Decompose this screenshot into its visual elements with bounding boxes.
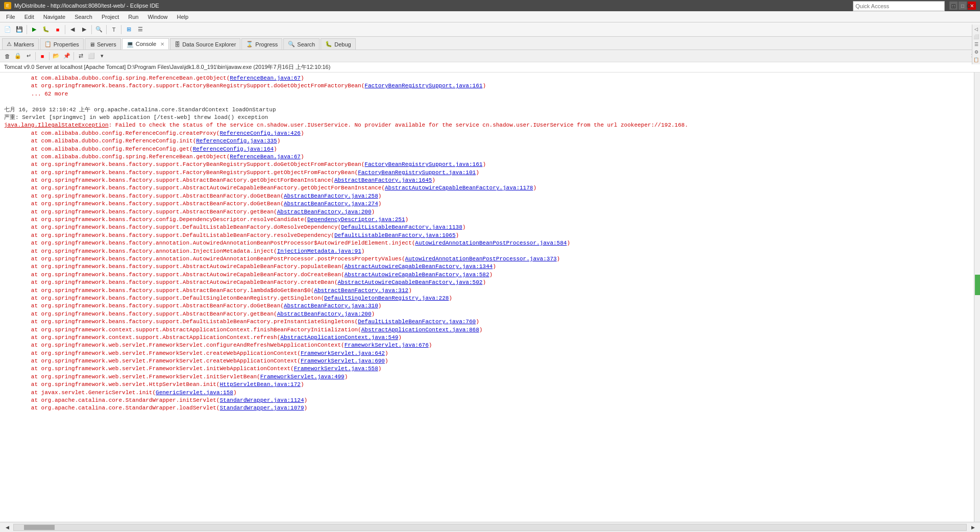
- tab-debug[interactable]: 🐛 Debug: [321, 38, 355, 50]
- debug-button[interactable]: 🐛: [40, 24, 52, 35]
- console-word-wrap-button[interactable]: ↵: [23, 51, 34, 61]
- stack-link[interactable]: HttpServletBean.java:172: [219, 381, 300, 388]
- console-line: at org.springframework.beans.factory.sup…: [4, 161, 976, 168]
- stack-link[interactable]: AbstractAutowireCapableBeanFactory.java:…: [345, 263, 493, 270]
- stack-link[interactable]: AbstractBeanFactory.java:258: [284, 193, 378, 199]
- sidebar-icon2[interactable]: ☰: [973, 41, 980, 48]
- quick-access-input[interactable]: [853, 1, 945, 11]
- tab-markers[interactable]: ⚠ Markers: [2, 38, 39, 50]
- scroll-right-button[interactable]: ▶: [968, 522, 978, 533]
- stack-link[interactable]: ReferenceConfig.java:426: [219, 130, 300, 136]
- stack-link[interactable]: FrameworkServlet.java:690: [301, 358, 385, 364]
- console-view-menu-button[interactable]: ▾: [97, 51, 107, 61]
- stack-link[interactable]: DefaultListableBeanFactory.java:1065: [334, 232, 456, 238]
- stack-link[interactable]: AbstractAutowireCapableBeanFactory.java:…: [338, 279, 483, 285]
- tab-datasource[interactable]: 🗄 Data Source Explorer: [170, 38, 240, 50]
- tab-properties[interactable]: 📋 Properties: [40, 38, 84, 50]
- menu-edit[interactable]: Edit: [20, 13, 38, 21]
- stack-link[interactable]: ReferenceConfig.java:164: [193, 146, 274, 152]
- horizontal-scrollbar[interactable]: [13, 524, 967, 531]
- stack-link[interactable]: StandardWrapper.java:1124: [219, 397, 304, 403]
- open-type-button[interactable]: T: [108, 24, 119, 35]
- menu-help[interactable]: Help: [173, 13, 193, 21]
- stack-link[interactable]: StandardWrapper.java:1079: [219, 405, 304, 411]
- tab-servers[interactable]: 🖥 Servers: [85, 38, 121, 50]
- tab-console[interactable]: 💻 Console ✕: [122, 38, 169, 50]
- console-line: at org.springframework.beans.factory.sup…: [4, 295, 976, 302]
- console-line: at org.springframework.beans.factory.sup…: [4, 169, 976, 177]
- server-status-text: Tomcat v9.0 Server at localhost [Apache …: [4, 63, 330, 71]
- stack-link[interactable]: AbstractBeanFactory.java:274: [284, 201, 378, 207]
- menu-file[interactable]: File: [2, 13, 19, 21]
- view-button[interactable]: ☰: [135, 24, 146, 35]
- stack-link[interactable]: AutowiredAnnotationBeanPostProcessor.jav…: [415, 240, 567, 246]
- exception-link[interactable]: java.lang.IllegalStateException: [4, 122, 109, 128]
- save-button[interactable]: 💾: [14, 24, 25, 35]
- stack-link[interactable]: ReferenceConfig.java:335: [196, 138, 277, 144]
- perspective-button[interactable]: ⊞: [123, 24, 134, 35]
- quick-access-area: ⊞ ⚙: [853, 1, 976, 11]
- stack-link[interactable]: DefaultListableBeanFactory.java:760: [358, 319, 476, 325]
- menu-window[interactable]: Window: [143, 13, 172, 21]
- stack-link[interactable]: FrameworkServlet.java:558: [294, 366, 378, 372]
- tab-properties-label: Properties: [54, 41, 79, 47]
- console-line: at org.springframework.web.servlet.HttpS…: [4, 381, 976, 389]
- menu-project[interactable]: Project: [97, 13, 123, 21]
- console-scroll-lock-button[interactable]: 🔒: [13, 51, 23, 61]
- stack-link[interactable]: AbstractApplicationContext.java:868: [361, 327, 479, 333]
- stack-link[interactable]: AbstractBeanFactory.java:1645: [334, 177, 432, 183]
- console-area[interactable]: at com.alibaba.dubbo.config.spring.Refer…: [0, 72, 980, 522]
- right-sidebar: ◁ ⬜ ☰ ⚙ 📋: [972, 25, 980, 64]
- tab-search-label: Search: [297, 41, 315, 47]
- stack-link[interactable]: GenericServlet.java:158: [156, 390, 233, 396]
- back-button[interactable]: ◀: [67, 24, 78, 35]
- stack-link[interactable]: AbstractAutowireCapableBeanFactory.java:…: [345, 272, 489, 278]
- sidebar-toggle-btn[interactable]: ◁: [973, 26, 980, 33]
- stack-link[interactable]: AutowiredAnnotationBeanPostProcessor.jav…: [405, 256, 557, 262]
- console-open-file-button[interactable]: 📂: [51, 51, 61, 61]
- tab-progress[interactable]: ⌛ Progress: [241, 38, 282, 50]
- tab-search[interactable]: 🔍 Search: [283, 38, 320, 50]
- forward-button[interactable]: ▶: [79, 24, 90, 35]
- stack-link[interactable]: ReferenceBean.java:67: [230, 75, 301, 81]
- sidebar-icon4[interactable]: 📋: [973, 56, 980, 63]
- stack-link[interactable]: AbstractBeanFactory.java:200: [277, 209, 372, 215]
- stack-link[interactable]: FactoryBeanRegistrySupport.java:101: [358, 170, 476, 176]
- stack-link[interactable]: DependencyDescriptor.java:251: [307, 216, 405, 223]
- stack-link[interactable]: FactoryBeanRegistrySupport.java:161: [364, 83, 482, 89]
- stack-link[interactable]: InjectionMetadata.java:91: [277, 248, 361, 254]
- sidebar-icon3[interactable]: ⚙: [973, 49, 980, 56]
- stack-link[interactable]: AbstractApplicationContext.java:549: [280, 334, 398, 341]
- console-pin-button[interactable]: 📌: [62, 51, 72, 61]
- stack-link[interactable]: FrameworkServlet.java:499: [260, 374, 345, 380]
- console-maximize-button[interactable]: ⬜: [86, 51, 96, 61]
- stack-link[interactable]: FactoryBeanRegistrySupport.java:161: [364, 161, 482, 167]
- console-switch-button[interactable]: ⇄: [76, 51, 86, 61]
- stack-link[interactable]: FrameworkServlet.java:642: [301, 350, 385, 356]
- scrollbar-thumb[interactable]: [975, 275, 980, 295]
- stack-link[interactable]: AbstractAutowireCapableBeanFactory.java:…: [385, 185, 533, 191]
- stop-button[interactable]: ■: [52, 24, 63, 35]
- stack-link[interactable]: AbstractBeanFactory.java:310: [284, 303, 378, 309]
- menu-search[interactable]: Search: [70, 13, 96, 21]
- search-button[interactable]: 🔍: [93, 24, 105, 35]
- stack-link[interactable]: DefaultListableBeanFactory.java:1138: [341, 224, 462, 230]
- menu-run[interactable]: Run: [124, 13, 142, 21]
- console-close-icon[interactable]: ✕: [160, 41, 164, 47]
- sidebar-icon1[interactable]: ⬜: [973, 33, 980, 40]
- vertical-scrollbar[interactable]: [974, 72, 980, 522]
- stack-link[interactable]: DefaultSingletonBeanRegistry.java:228: [324, 295, 449, 301]
- stack-link[interactable]: ReferenceBean.java:67: [230, 154, 301, 160]
- scroll-left-button[interactable]: ◀: [2, 522, 12, 533]
- stack-link[interactable]: FrameworkServlet.java:676: [345, 342, 429, 348]
- console-line: at org.springframework.beans.factory.sup…: [4, 208, 976, 216]
- menu-navigate[interactable]: Navigate: [39, 13, 69, 21]
- console-clear-button[interactable]: 🗑: [2, 51, 12, 61]
- console-line: at org.springframework.beans.factory.sup…: [4, 177, 976, 184]
- run-button[interactable]: ▶: [29, 24, 40, 35]
- console-stop-button[interactable]: ■: [37, 51, 47, 61]
- stack-link[interactable]: AbstractBeanFactory.java:312: [314, 287, 408, 294]
- new-button[interactable]: 📄: [2, 24, 13, 35]
- h-scroll-thumb[interactable]: [24, 525, 55, 530]
- stack-link[interactable]: AbstractBeanFactory.java:200: [277, 311, 372, 317]
